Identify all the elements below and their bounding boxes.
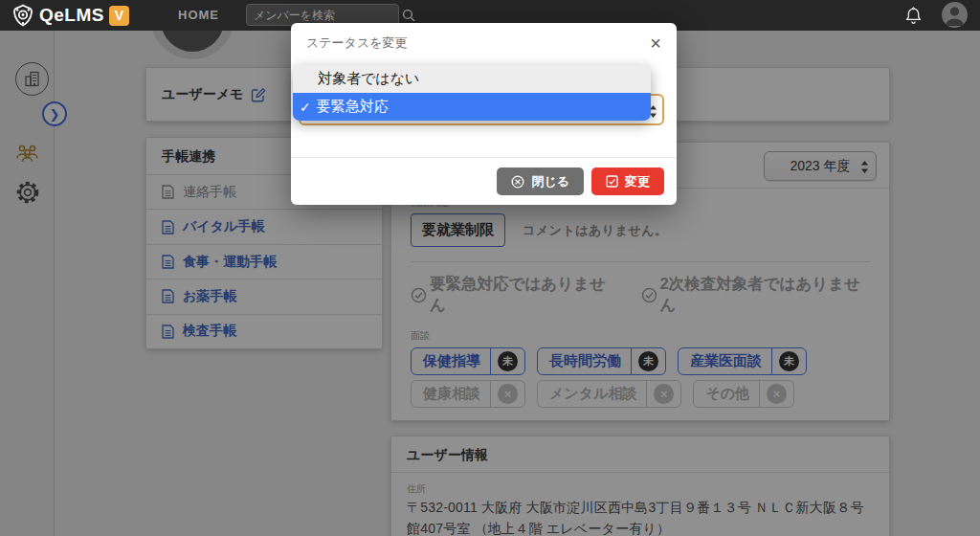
change-button-label: 変更	[625, 173, 650, 190]
notifications-bell-icon[interactable]	[905, 7, 922, 25]
shield-logo-icon	[11, 4, 34, 27]
modal-title: ステータスを変更	[306, 34, 408, 52]
status-dropdown-list: 対象者ではない ✓ 要緊急対応	[293, 65, 651, 121]
nav-home[interactable]: HOME	[178, 0, 219, 31]
user-avatar-icon[interactable]	[942, 2, 968, 28]
divider	[291, 157, 677, 158]
status-change-modal: ステータスを変更 × 対象者ではない ✓ 要緊急対応 閉じる	[291, 23, 677, 205]
logo-text: QeLMS	[39, 5, 104, 26]
change-button[interactable]: 変更	[591, 168, 664, 195]
check-square-icon	[606, 175, 618, 188]
close-button-label: 閉じる	[531, 173, 569, 190]
screen: QeLMS V HOME	[0, 0, 980, 536]
app-logo[interactable]: QeLMS V	[11, 4, 129, 27]
circle-x-icon	[511, 175, 524, 189]
search-icon	[402, 9, 415, 22]
dropdown-option-label: 要緊急対応	[317, 98, 389, 116]
check-icon: ✓	[300, 100, 311, 115]
logo-version-badge: V	[109, 6, 129, 26]
dropdown-option-urgent[interactable]: ✓ 要緊急対応	[293, 93, 651, 121]
dropdown-option-not-target[interactable]: 対象者ではない	[293, 65, 651, 93]
close-button[interactable]: 閉じる	[497, 168, 584, 195]
modal-header: ステータスを変更 ×	[291, 23, 677, 63]
close-icon[interactable]: ×	[650, 34, 661, 53]
member-search-input[interactable]	[254, 9, 402, 22]
